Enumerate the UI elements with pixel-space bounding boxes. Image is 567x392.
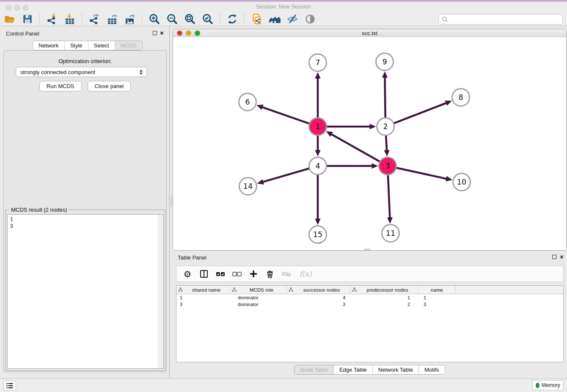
search-box[interactable] — [438, 14, 563, 25]
close-panel-button[interactable]: Close panel — [88, 81, 131, 91]
table-row[interactable]: 1dominator411 — [176, 294, 563, 301]
graph-edge-2-3[interactable] — [386, 136, 387, 152]
delete-table-icon[interactable] — [281, 268, 292, 279]
open-session-icon[interactable] — [3, 13, 16, 25]
apply-layout-icon[interactable] — [226, 13, 239, 25]
delete-columns-trash-icon[interactable] — [264, 268, 275, 279]
create-column-icon[interactable] — [248, 268, 259, 279]
tab-network[interactable]: Network — [33, 41, 65, 50]
toolbar-divider — [220, 14, 220, 25]
first-neighbors-icon[interactable] — [268, 13, 281, 25]
edge-arrowhead — [446, 176, 452, 182]
node-label-11: 11 — [386, 229, 395, 237]
column-header-successor-nodes[interactable]: successor nodes — [287, 286, 350, 294]
tab-edge-table[interactable]: Edge Table — [334, 365, 373, 374]
zoom-in-icon[interactable] — [148, 13, 161, 25]
graphics-details-icon[interactable] — [304, 13, 317, 25]
function-builder-icon[interactable]: f(x) — [297, 268, 314, 279]
table-mode-gear-icon[interactable]: ⚙ — [182, 268, 193, 279]
session-title: Session: New Session — [0, 3, 567, 10]
column-header-predecessor-nodes[interactable]: predecessor nodes — [350, 286, 418, 294]
export-network-icon[interactable] — [88, 13, 101, 25]
cell-MCDS-role: dominator — [230, 295, 287, 300]
search-input[interactable] — [450, 16, 562, 23]
table-row[interactable]: 3dominator323 — [176, 301, 563, 308]
column-header-MCDS-role[interactable]: MCDS role — [230, 286, 287, 294]
main-toolbar — [0, 12, 567, 26]
network-view-window: ✕ − + scc.txt 1234678910111415 — [173, 29, 567, 251]
memory-button[interactable]: Memory — [532, 380, 564, 390]
vertical-splitter[interactable] — [169, 196, 172, 207]
hide-selected-icon[interactable] — [286, 13, 299, 25]
zoom-out-icon[interactable] — [166, 13, 179, 25]
network-window-titlebar[interactable]: ✕ − + scc.txt — [173, 29, 566, 38]
tab-style[interactable]: Style — [65, 41, 88, 50]
network-canvas[interactable]: 1234678910111415 — [173, 37, 566, 250]
tab-network-table[interactable]: Network Table — [373, 365, 419, 374]
cell-shared-name: 3 — [176, 302, 230, 307]
show-columns-icon[interactable] — [198, 268, 209, 279]
node-label-14: 14 — [243, 182, 253, 190]
run-mcds-button[interactable]: Run MCDS — [39, 81, 82, 91]
select-all-columns-icon[interactable] — [215, 268, 226, 279]
edge-arrowhead — [257, 179, 264, 185]
import-network-icon[interactable] — [46, 13, 58, 25]
node-label-4: 4 — [315, 162, 320, 170]
graph-edge-3-10[interactable] — [396, 168, 447, 179]
network-graph[interactable]: 1234678910111415 — [173, 37, 566, 250]
mcds-result-textarea[interactable]: 1 3 — [7, 214, 164, 369]
unselect-all-columns-icon[interactable] — [231, 268, 242, 279]
graph-edge-2-9[interactable] — [385, 77, 385, 118]
table-body: 1dominator4113dominator323 — [176, 294, 563, 308]
tab-mcds[interactable]: MCDS — [115, 41, 142, 50]
cell-successor-nodes: 4 — [287, 295, 350, 300]
table-header-row: shared nameMCDS rolesuccessor nodesprede… — [176, 286, 563, 294]
tab-node-table[interactable]: Node Table — [295, 365, 334, 374]
graph-edge-2-8[interactable] — [394, 103, 447, 124]
criterion-dropdown[interactable]: strongly connected component — [16, 67, 147, 77]
main-area: Control Panel × NetworkStyleSelectMCDS O… — [0, 26, 567, 378]
graph-edge-4-14[interactable] — [262, 168, 309, 182]
control-panel: Control Panel × NetworkStyleSelectMCDS O… — [0, 26, 170, 378]
horizontal-splitter[interactable] — [364, 248, 370, 250]
edge-arrowhead — [445, 100, 452, 105]
toolbar-divider — [82, 14, 83, 25]
zoom-fit-icon[interactable] — [184, 13, 196, 25]
optimization-criterion-label: Optimization criterion: — [4, 58, 166, 64]
network-overview-icon[interactable] — [250, 13, 263, 25]
float-panel-icon[interactable] — [153, 31, 157, 35]
node-label-2: 2 — [383, 122, 388, 131]
tab-select[interactable]: Select — [88, 41, 115, 50]
cell-shared-name: 1 — [176, 295, 230, 300]
export-table-icon[interactable] — [106, 13, 118, 25]
close-panel-icon[interactable]: × — [160, 31, 164, 35]
edge-arrowhead — [256, 105, 263, 110]
edge-arrowhead — [315, 219, 320, 225]
import-table-icon[interactable] — [63, 13, 76, 25]
node-table[interactable]: shared nameMCDS rolesuccessor nodesprede… — [176, 285, 564, 362]
result-scrollbar[interactable] — [158, 215, 163, 368]
save-session-icon[interactable] — [21, 13, 34, 25]
task-history-button[interactable] — [3, 381, 16, 390]
memory-label: Memory — [542, 382, 560, 388]
mcds-result-values: 1 3 — [8, 215, 163, 231]
titlebar: Session: New Session — [0, 2, 567, 12]
close-table-panel-icon[interactable]: × — [560, 255, 564, 259]
graph-edge-3-11[interactable] — [388, 175, 390, 219]
node-label-3: 3 — [385, 162, 390, 170]
column-header-name[interactable]: name — [418, 286, 456, 294]
application-window: Session: New Session — [0, 0, 567, 392]
status-bar: Memory — [0, 378, 567, 392]
cell-name: 3 — [418, 302, 456, 307]
tab-motifs[interactable]: Motifs — [419, 365, 445, 374]
graph-edge-1-6[interactable] — [261, 107, 309, 124]
graph-edge-3-1[interactable] — [330, 134, 380, 162]
float-table-panel-icon[interactable] — [552, 255, 556, 259]
column-header-shared-name[interactable]: shared name — [176, 286, 230, 294]
edge-arrowhead — [387, 217, 393, 224]
criterion-value: strongly connected component — [16, 69, 137, 75]
mcds-panel: Optimization criterion: strongly connect… — [3, 50, 167, 372]
export-image-icon[interactable] — [124, 13, 136, 25]
zoom-selected-icon[interactable] — [201, 13, 214, 25]
control-panel-tabs: NetworkStyleSelectMCDS — [33, 41, 143, 50]
